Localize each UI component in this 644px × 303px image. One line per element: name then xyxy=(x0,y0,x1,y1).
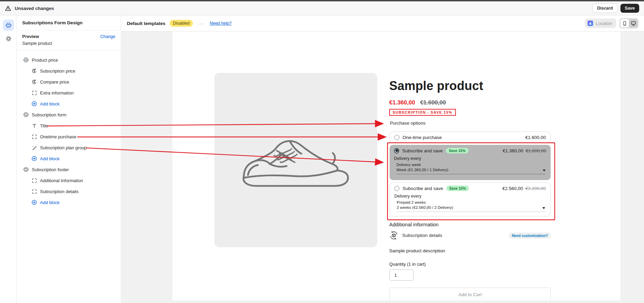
tree-item-extra-information[interactable]: Extra information xyxy=(17,87,121,98)
dropdown-arrow-icon xyxy=(542,207,545,209)
plan1-detail: Week (€1.360,00 / 1 Delivery) xyxy=(396,168,448,172)
unsaved-changes: Unsaved changes xyxy=(5,5,54,12)
block-tree: Product price $ Subscription price $ Com… xyxy=(17,54,121,208)
sidebar-item-form-design[interactable] xyxy=(3,20,14,31)
plan2-select[interactable]: Prepaid 2 weeks 2 weeks (€2.560,00 / 2 D… xyxy=(397,200,545,212)
subscribe-option-selected[interactable]: Subscribe and save Save 15% €1.360,00€1.… xyxy=(390,145,551,180)
sneaker-sketch xyxy=(238,124,354,196)
tree-label: Extra information xyxy=(40,90,74,96)
tree-label: Subscription footer xyxy=(32,167,69,172)
save-button[interactable]: Save xyxy=(620,4,639,13)
plan1-select[interactable]: Delivery week Week (€1.360,00 / 1 Delive… xyxy=(396,162,546,174)
panel-title: Subscriptions Form Design xyxy=(17,15,121,30)
warning-icon xyxy=(5,5,11,12)
radio-subscribe-2[interactable] xyxy=(394,186,399,191)
localize-label: Localize xyxy=(596,21,612,26)
tree-item-additional-information[interactable]: Additional Information xyxy=(17,175,121,186)
subscription-details-label: Subscription details xyxy=(402,233,442,238)
plan2-prices: €2.560,00€3.200,00 xyxy=(502,186,546,191)
icon-rail xyxy=(0,15,17,303)
tree-label: Subscription price xyxy=(40,68,75,74)
radio-subscribe-1[interactable] xyxy=(394,148,399,153)
onetime-label: One-time purchase xyxy=(403,135,442,140)
template-header: Default templates Disabled ··· Need help… xyxy=(121,15,644,31)
add-block-product-price[interactable]: Add block xyxy=(17,98,121,109)
delivery-every-label-2: Delivery every xyxy=(394,194,546,199)
svg-text:$: $ xyxy=(33,70,35,73)
tree-section-subscription-form[interactable]: Subscription form xyxy=(17,109,121,120)
subscribe-option-prepaid[interactable]: Subscribe and save Save 15% €2.560,00€3.… xyxy=(390,182,551,216)
preview-product-name: Sample product xyxy=(22,41,115,46)
preview-label: Preview xyxy=(22,34,39,39)
desktop-icon xyxy=(631,21,636,26)
mobile-view-button[interactable] xyxy=(620,19,629,27)
add-circle-icon xyxy=(31,156,37,161)
sale-price: €1.360,00 xyxy=(389,99,415,106)
subscribe-label-2: Subscribe and save xyxy=(403,186,443,191)
localize-button[interactable]: A Localize xyxy=(585,18,616,28)
change-link[interactable]: Change xyxy=(100,34,115,39)
tree-label: Onetime purchase xyxy=(40,134,76,139)
add-block-subscription-form[interactable]: Add block xyxy=(17,153,121,164)
tree-item-subscription-price[interactable]: $ Subscription price xyxy=(17,65,121,76)
form-block-icon xyxy=(23,57,29,63)
text-icon xyxy=(31,123,37,128)
refresh-dollar-icon: $ xyxy=(31,79,37,85)
add-to-cart-button[interactable]: Add to Cart xyxy=(390,288,551,301)
plan1-price: €1.360,00 xyxy=(503,148,523,153)
compare-price: €1.600,00 xyxy=(420,99,446,106)
plan2-compare: €3.200,00 xyxy=(525,186,546,191)
product-title: Sample product xyxy=(389,79,483,93)
settings-gear-icon[interactable] xyxy=(4,35,13,43)
plan1-name: Delivery week xyxy=(396,163,421,167)
tree-section-subscription-footer[interactable]: Subscription footer xyxy=(17,164,121,175)
form-block-icon xyxy=(23,112,29,117)
plan1-prices: €1.360,00€1.600,00 xyxy=(503,148,546,153)
device-toggle xyxy=(619,18,639,28)
product-description: Sample product description xyxy=(389,248,445,253)
template-title: Default templates xyxy=(127,21,166,26)
stairs-icon xyxy=(31,145,37,150)
tree-item-subscription-plan-group[interactable]: Subscription plan group xyxy=(17,142,121,153)
subscription-details-row: Subscription details Need customization? xyxy=(389,231,551,240)
desktop-view-button[interactable] xyxy=(629,19,638,27)
onetime-price: €1.600,00 xyxy=(525,135,546,140)
brackets-icon xyxy=(31,134,37,139)
quantity-label: Quantity (1 in cart) xyxy=(389,262,426,267)
tree-label: Subscription plan group xyxy=(40,145,87,150)
tree-label: Additional Information xyxy=(40,178,83,183)
onetime-purchase-option[interactable]: One-time purchase €1.600,00 xyxy=(390,131,551,143)
tree-label: Title xyxy=(40,123,48,128)
storefront-preview: Sample product €1.360,00 €1.600,00 SUBSC… xyxy=(172,31,620,301)
purchase-options-label: Purchase options xyxy=(390,121,425,126)
need-customization-link[interactable]: Need customization? xyxy=(509,232,551,239)
subscription-save-badge: SUBSCRIPTION - SAVE 15% xyxy=(389,109,456,116)
tree-item-title[interactable]: Title xyxy=(17,120,121,131)
brackets-icon xyxy=(31,189,37,194)
preview-block: Preview Change Sample product xyxy=(17,30,121,50)
plan1-compare: €1.600,00 xyxy=(526,148,546,153)
delivery-every-label: Delivery every xyxy=(394,156,546,161)
add-circle-icon xyxy=(31,200,37,205)
save-pill-2: Save 15% xyxy=(446,186,469,191)
tree-item-onetime-purchase[interactable]: Onetime purchase xyxy=(17,131,121,142)
discard-button[interactable]: Discard xyxy=(593,4,617,13)
tree-label: Subscription details xyxy=(40,189,79,194)
need-help-link[interactable]: Need help? xyxy=(210,21,232,26)
radio-onetime[interactable] xyxy=(394,135,399,140)
product-image-card xyxy=(214,73,377,247)
plan2-name: Prepaid 2 weeks xyxy=(397,200,426,204)
plan2-detail: 2 weeks (€2.560,00 / 2 Delivery) xyxy=(397,205,453,210)
form-block-icon xyxy=(23,167,29,172)
quantity-input[interactable] xyxy=(390,269,413,281)
tree-item-compare-price[interactable]: $ Compare price xyxy=(17,76,121,87)
add-block-subscription-footer[interactable]: Add block xyxy=(17,197,121,208)
mobile-icon xyxy=(622,21,627,26)
brackets-icon xyxy=(31,178,37,183)
more-actions-icon[interactable]: ··· xyxy=(198,21,205,26)
tree-item-subscription-details[interactable]: Subscription details xyxy=(17,186,121,197)
tree-section-product-price[interactable]: Product price xyxy=(17,54,121,65)
add-circle-icon xyxy=(31,101,37,106)
unsaved-changes-bar: Unsaved changes Discard Save xyxy=(0,1,644,15)
tree-label: Subscription form xyxy=(32,112,66,117)
